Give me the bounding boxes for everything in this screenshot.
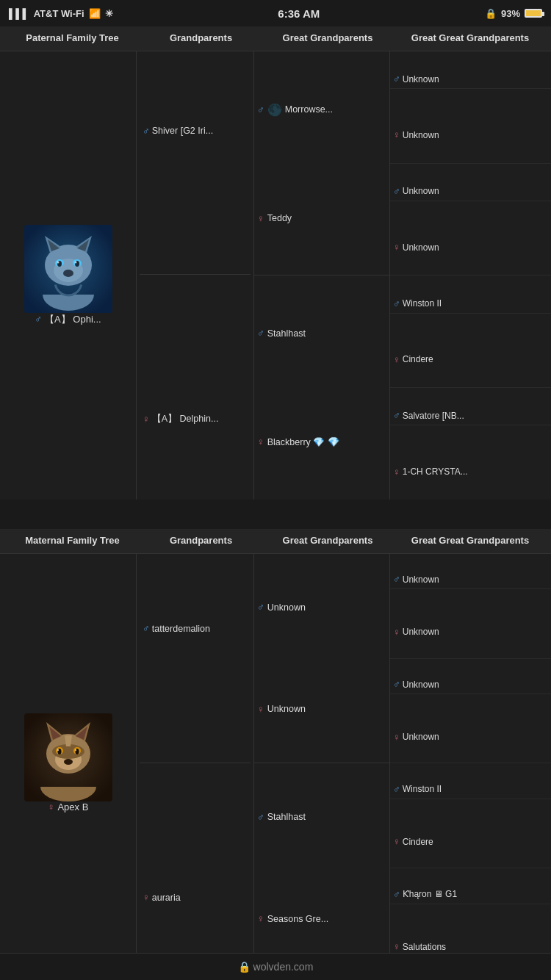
paternal-gggp-group-11: ♂ Salvatore [NB... ♀ 1-CH CRYSTA...	[390, 388, 551, 500]
paternal-gggp-01-1: ♀ Unknown	[390, 238, 551, 256]
paternal-gggp-00-1: ♀ Unknown	[390, 126, 551, 144]
section-divider	[0, 500, 551, 529]
maternal-ggp-item-00: ♂ Unknown	[254, 598, 389, 616]
maternal-ggp-group-0: ♂ Unknown ♀ Unknown	[254, 554, 389, 764]
status-bar: ▌▌▌ AT&T Wi-Fi 📶 ✳ 6:36 AM 🔒 93%	[0, 0, 551, 26]
paternal-gggp-11-1: ♀ 1-CH CRYSTA...	[390, 463, 551, 481]
paternal-ggp-col: ♂ 🌑 Morrowse... ♀ Teddy ♂ Stahlhast ♀ Bl…	[253, 51, 389, 500]
paternal-col4-header: Great Great Grandparents	[394, 32, 547, 45]
paternal-gggp-10-1: ♀ Cindere	[390, 350, 551, 369]
maternal-gggp-11-0: ♂ Ƙhąron 🖥 G1	[390, 885, 551, 904]
maternal-gggp-group-00: ♂ Unknown ♀ Unknown	[390, 554, 551, 659]
paternal-gp-col: ♂ Shiver [G2 Iri... ♀ 【A】 Delphin...	[136, 51, 253, 500]
paternal-self-avatar	[24, 225, 112, 313]
maternal-gggp-00-0: ♂ Unknown	[390, 570, 551, 589]
maternal-gggp-col: ♂ Unknown ♀ Unknown ♂ Unknown ♀ Unknown …	[389, 554, 551, 973]
maternal-gggp-00-1: ♀ Unknown	[390, 623, 551, 641]
activity-icon: ✳	[105, 8, 113, 19]
maternal-gp-col: ♂ tatterdemalion ♀ auraria	[136, 554, 253, 973]
maternal-header: Maternal Family Tree Grandparents Great …	[0, 529, 551, 554]
battery-icon	[525, 9, 542, 18]
paternal-ggp-item-01: ♀ Teddy	[254, 209, 389, 228]
maternal-col1-header: Maternal Family Tree	[4, 535, 140, 547]
maternal-gp-item-0: ♂ tatterdemalion	[140, 621, 251, 635]
paternal-tree-body: ♂ 【A】 Ophi... ♂ Shiver [G2 Iri... ♀ 【A】 …	[0, 51, 551, 500]
lock-icon: 🔒	[485, 8, 497, 19]
maternal-gp-item-1: ♀ auraria	[140, 890, 251, 904]
paternal-self-col: ♂ 【A】 Ophi...	[0, 51, 136, 500]
paternal-gp-item-0: ♂ Shiver [G2 Iri...	[140, 124, 251, 138]
paternal-gggp-group-10: ♂ Winston II ♀ Cindere	[390, 275, 551, 388]
maternal-col4-header: Great Great Grandparents	[394, 535, 547, 547]
maternal-ggp-item-01: ♀ Unknown	[254, 700, 389, 718]
maternal-col3-header: Great Grandparents	[262, 535, 394, 547]
paternal-gggp-10-0: ♂ Winston II	[390, 295, 551, 314]
paternal-gggp-col: ♂ Unknown ♀ Unknown ♂ Unknown ♀ Unknown …	[389, 51, 551, 500]
paternal-gggp-00-0: ♂ Unknown	[390, 70, 551, 89]
maternal-col2-header: Grandparents	[140, 535, 262, 547]
signal-icon: ▌▌▌	[9, 8, 29, 19]
paternal-self-name: ♂ 【A】 Ophi...	[35, 313, 101, 326]
paternal-header: Paternal Family Tree Grandparents Great …	[0, 26, 551, 51]
footer-bar: 🔒 wolvden.com	[0, 953, 551, 980]
maternal-gggp-01-1: ♀ Unknown	[390, 728, 551, 746]
maternal-gggp-01-0: ♂ Unknown	[390, 675, 551, 694]
time-display: 6:36 AM	[278, 7, 320, 20]
battery-label: 93%	[501, 8, 520, 19]
paternal-col2-header: Grandparents	[140, 32, 262, 45]
mgp-divider	[140, 763, 251, 763]
paternal-ggp-group-0: ♂ 🌑 Morrowse... ♀ Teddy	[254, 51, 389, 276]
paternal-gggp-11-0: ♂ Salvatore [NB...	[390, 406, 551, 425]
wifi-icon: 📶	[89, 8, 101, 19]
status-left: ▌▌▌ AT&T Wi-Fi 📶 ✳	[9, 8, 113, 19]
footer-lock-icon: 🔒	[238, 961, 251, 973]
maternal-gggp-10-1: ♀ Cindere	[390, 832, 551, 851]
paternal-gggp-group-01: ♂ Unknown ♀ Unknown	[390, 164, 551, 276]
paternal-gggp-01-0: ♂ Unknown	[390, 182, 551, 201]
maternal-ggp-col: ♂ Unknown ♀ Unknown ♂ Stahlhast ♀ Season…	[253, 554, 389, 973]
paternal-gp-item-1: ♀ 【A】 Delphin...	[140, 411, 251, 427]
maternal-ggp-group-1: ♂ Stahlhast ♀ Seasons Gre...	[254, 763, 389, 973]
paternal-ggp-group-1: ♂ Stahlhast ♀ Blackberry 💎 💎	[254, 275, 389, 500]
maternal-gggp-10-0: ♂ Winston II	[390, 780, 551, 799]
maternal-self-avatar	[24, 713, 112, 801]
maternal-gggp-group-10: ♂ Winston II ♀ Cindere	[390, 763, 551, 868]
paternal-ggp-item-00: ♂ 🌑 Morrowse...	[254, 99, 389, 120]
maternal-self-col: ♀ Apex B	[0, 554, 136, 973]
paternal-col3-header: Great Grandparents	[262, 32, 394, 45]
paternal-gggp-group-00: ♂ Unknown ♀ Unknown	[390, 51, 551, 164]
carrier-label: AT&T Wi-Fi	[34, 8, 84, 19]
status-right: 🔒 93%	[485, 8, 542, 19]
paternal-ggp-item-11: ♀ Blackberry 💎 💎	[254, 433, 389, 451]
maternal-self-name: ♀ Apex B	[48, 801, 89, 813]
footer-url: wolvden.com	[253, 961, 314, 973]
maternal-ggp-item-11: ♀ Seasons Gre...	[254, 909, 389, 928]
paternal-col1-header: Paternal Family Tree	[4, 32, 140, 45]
maternal-tree-body: ♀ Apex B ♂ tatterdemalion ♀ auraria ♂ Un…	[0, 554, 551, 973]
maternal-gggp-group-01: ♂ Unknown ♀ Unknown	[390, 659, 551, 764]
gp-divider	[140, 274, 251, 275]
paternal-ggp-item-10: ♂ Stahlhast	[254, 324, 389, 342]
maternal-ggp-item-10: ♂ Stahlhast	[254, 808, 389, 826]
